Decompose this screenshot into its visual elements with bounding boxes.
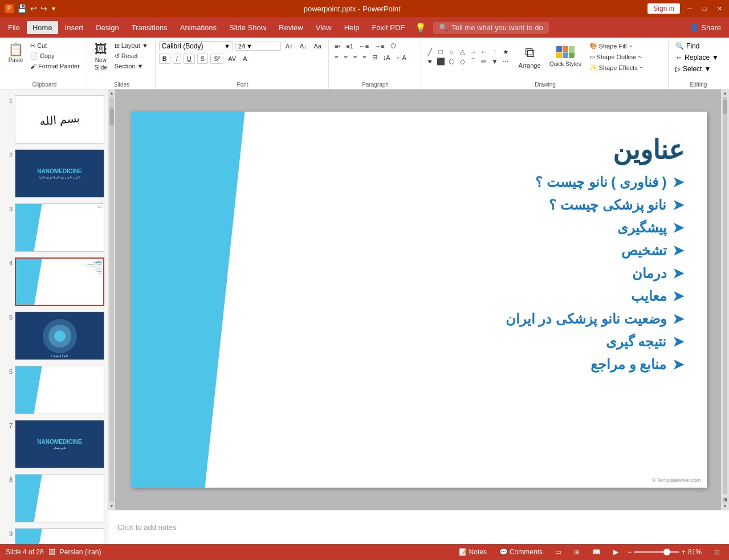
scroll-down-arrow[interactable]: ▼ bbox=[109, 504, 114, 509]
sign-in-button[interactable]: Sign in bbox=[647, 3, 680, 14]
menu-home[interactable]: Home bbox=[27, 21, 58, 34]
slide-image-8[interactable]: متن ۱متن ۲متن ۳متن ۴متن ۵ bbox=[15, 474, 104, 522]
scroll-corner[interactable]: ⊞ bbox=[721, 496, 729, 504]
minimize-button[interactable]: ─ bbox=[685, 3, 695, 14]
slide-image-1[interactable]: بسم الله bbox=[15, 95, 104, 144]
share-button[interactable]: 👤 Share bbox=[684, 21, 727, 34]
cut-button[interactable]: ✂ Cut bbox=[28, 41, 82, 51]
shape-hex[interactable]: ⬡ bbox=[446, 57, 457, 66]
shape-extra[interactable]: ⋯ bbox=[500, 57, 511, 66]
slide-image-5[interactable]: نانو ( فناوری ) bbox=[15, 312, 104, 360]
slideshow-button[interactable]: ▶ bbox=[610, 547, 622, 557]
numbering-button[interactable]: ≡1 bbox=[344, 42, 356, 51]
slide-image-9[interactable]: پیشگیری تشخیص bbox=[15, 528, 104, 544]
shape-arrow-u[interactable]: ↑ bbox=[490, 47, 500, 56]
shape-arrow-r[interactable]: → bbox=[468, 47, 478, 56]
shape-tri[interactable]: △ bbox=[457, 47, 467, 56]
zoom-percent[interactable]: 81% bbox=[688, 548, 705, 556]
shape-line[interactable]: ╱ bbox=[425, 47, 435, 56]
slide-image-3[interactable]: محتوا bbox=[15, 203, 104, 252]
shadow-button[interactable]: S² bbox=[210, 54, 223, 64]
shape-effects-button[interactable]: ✨ Shape Effects ~ bbox=[587, 63, 646, 72]
text-direction-button[interactable]: ↕A bbox=[381, 53, 393, 62]
new-slide-button[interactable]: 🖼 New Slide bbox=[91, 41, 111, 73]
shape-block[interactable]: ⬛ bbox=[435, 57, 446, 66]
align-center-button[interactable]: ≡ bbox=[341, 53, 349, 62]
zoom-thumb[interactable] bbox=[663, 549, 670, 555]
char-spacing-button[interactable]: AV bbox=[226, 54, 238, 63]
slide-panel[interactable]: 1 بسم الله 2 NANOMEDICINE کاربرد نانو در… bbox=[0, 89, 108, 544]
left-scroll[interactable]: ▲ ▼ bbox=[108, 89, 115, 510]
slide-thumb-6[interactable]: 6 متن محتوا img bbox=[2, 365, 105, 415]
bold-button[interactable]: B bbox=[159, 54, 170, 64]
arrange-button[interactable]: ⧉ Arrange bbox=[515, 42, 544, 71]
menu-file[interactable]: File bbox=[2, 21, 26, 34]
normal-view-button[interactable]: ▭ bbox=[552, 547, 565, 557]
menu-animations[interactable]: Animations bbox=[174, 21, 222, 34]
menu-insert[interactable]: Insert bbox=[59, 21, 89, 34]
menu-help[interactable]: Help bbox=[339, 21, 365, 34]
font-color-button[interactable]: A bbox=[241, 54, 249, 63]
comments-button[interactable]: 💬 Comments bbox=[496, 547, 546, 557]
quick-save-icon[interactable]: 💾 bbox=[17, 4, 27, 13]
smartart-button[interactable]: ⬡ bbox=[388, 41, 398, 51]
vscroll-down[interactable]: ▼ bbox=[723, 504, 727, 509]
lightbulb-icon[interactable]: 💡 bbox=[415, 22, 426, 33]
shape-fill-button[interactable]: 🎨 Shape Fill ~ bbox=[587, 41, 646, 51]
font-name-dropdown[interactable]: Calibri (Body) ▼ bbox=[159, 41, 233, 51]
italic-button[interactable]: I bbox=[173, 54, 181, 64]
slide-thumb-2[interactable]: 2 NANOMEDICINE کاربرد نانو در پزشکی (نان… bbox=[2, 148, 105, 199]
quick-styles-button[interactable]: Quick Styles bbox=[547, 44, 584, 70]
shape-more[interactable]: ▼ bbox=[490, 57, 500, 66]
slide-thumb-8[interactable]: 8 متن ۱متن ۲متن ۳متن ۴متن ۵ bbox=[2, 473, 105, 524]
menu-review[interactable]: Review bbox=[273, 21, 309, 34]
justify-button[interactable]: ≡ bbox=[360, 53, 368, 62]
reset-button[interactable]: ↺ Reset bbox=[112, 51, 150, 61]
restore-button[interactable]: □ bbox=[699, 3, 710, 14]
font-size-dropdown[interactable]: 24 ▼ bbox=[235, 42, 281, 51]
notes-area[interactable]: Click to add notes bbox=[108, 510, 729, 544]
shape-arrow-l[interactable]: ← bbox=[479, 47, 489, 56]
vscroll-up[interactable]: ▲ bbox=[723, 91, 727, 96]
select-button[interactable]: ▷ Select ▼ bbox=[672, 64, 714, 74]
format-painter-button[interactable]: 🖌 Format Painter bbox=[28, 62, 82, 71]
zoom-in-icon[interactable]: + bbox=[682, 548, 686, 556]
tell-me-box[interactable]: 🔍 Tell me what you want to do bbox=[433, 22, 548, 34]
shape-outline-button[interactable]: ▭ Shape Outline ~ bbox=[587, 52, 646, 62]
slide-image-7[interactable]: NANOMEDICINE نانو پزشکی bbox=[15, 420, 104, 468]
menu-transitions[interactable]: Transitions bbox=[126, 21, 173, 34]
align-right-button[interactable]: ≡ bbox=[351, 53, 359, 62]
undo-icon[interactable]: ↩ bbox=[30, 4, 37, 13]
copy-button[interactable]: 📄 Copy bbox=[28, 51, 82, 61]
bullets-button[interactable]: ≡• bbox=[332, 42, 343, 51]
notes-button[interactable]: 📝 Notes bbox=[455, 547, 490, 557]
find-button[interactable]: 🔍 Find bbox=[672, 41, 703, 51]
close-button[interactable]: ✕ bbox=[714, 3, 724, 14]
slide-thumb-5[interactable]: 5 نانو ( فناوری ) bbox=[2, 310, 105, 361]
align-left-button[interactable]: ≡ bbox=[332, 53, 340, 62]
shape-star[interactable]: ★ bbox=[500, 47, 511, 56]
underline-button[interactable]: U bbox=[184, 54, 195, 64]
scroll-up-arrow[interactable]: ▲ bbox=[109, 91, 114, 96]
slide-sorter-button[interactable]: ⊞ bbox=[571, 547, 583, 557]
decrease-indent-button[interactable]: ←≡ bbox=[357, 42, 371, 51]
slide-thumb-9[interactable]: 9 پیشگیری تشخیص bbox=[2, 527, 105, 544]
slide-image-4[interactable]: عناوین ( فناوری ) نانو چیست ؟ نانو پزشکی… bbox=[15, 257, 104, 306]
slide-thumb-4[interactable]: 4 عناوین ( فناوری ) نانو چیست ؟ نانو پزش… bbox=[2, 256, 105, 307]
customqat-icon[interactable]: ▼ bbox=[51, 6, 56, 12]
slide-canvas[interactable]: ▲ ▼ عناوین ➤ ( فناوری ) نانو چ bbox=[108, 89, 729, 510]
increase-indent-button[interactable]: →≡ bbox=[372, 42, 386, 51]
slide-image-6[interactable]: متن محتوا img bbox=[15, 366, 104, 414]
rtl-button[interactable]: ←A bbox=[394, 53, 409, 62]
strikethrough-button[interactable]: S bbox=[197, 54, 208, 64]
redo-icon[interactable]: ↪ bbox=[40, 4, 47, 13]
menu-slideshow[interactable]: Slide Show bbox=[223, 21, 272, 34]
replace-button[interactable]: ↔ Replace ▼ bbox=[672, 52, 722, 63]
shape-curve[interactable]: ⌒ bbox=[468, 57, 478, 66]
shape-rect[interactable]: □ bbox=[435, 47, 446, 56]
columns-button[interactable]: ⊟ bbox=[370, 52, 380, 62]
menu-view[interactable]: View bbox=[310, 21, 337, 34]
section-button[interactable]: Section ▼ bbox=[112, 62, 150, 71]
reading-view-button[interactable]: 📖 bbox=[589, 547, 604, 557]
clear-format-button[interactable]: Aa bbox=[312, 42, 324, 51]
